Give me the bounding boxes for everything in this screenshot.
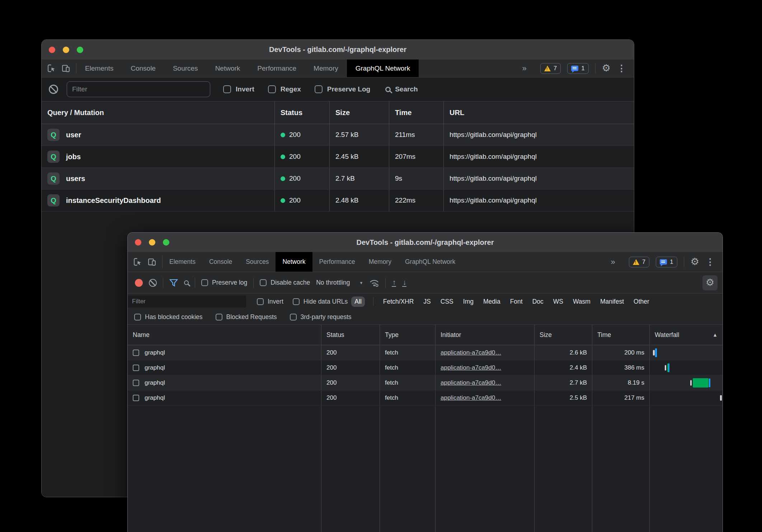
settings-gear-icon[interactable]: ⚙ [691, 257, 699, 267]
column-url[interactable]: URL [443, 101, 634, 124]
settings-gear-icon[interactable]: ⚙ [602, 63, 611, 73]
column-size[interactable]: Size [329, 101, 389, 124]
tab-memory[interactable]: Memory [362, 252, 398, 272]
import-har-icon[interactable]: ↑ [392, 279, 396, 287]
filter-input[interactable] [67, 81, 210, 97]
disable-cache-checkbox[interactable]: Disable cache [260, 279, 310, 286]
hide-data-urls-checkbox[interactable]: Hide data URLs [293, 298, 348, 305]
zoom-button[interactable] [163, 239, 169, 246]
tab-console[interactable]: Console [202, 252, 239, 272]
tab-performance[interactable]: Performance [312, 252, 362, 272]
search-icon[interactable] [184, 280, 189, 285]
device-toolbar-icon[interactable] [147, 257, 156, 267]
row-checkbox[interactable] [133, 350, 139, 356]
network-settings-button[interactable]: ⚙ [702, 275, 718, 290]
tab-console[interactable]: Console [122, 60, 164, 77]
table-row[interactable]: Qjobs 200 2.45 kB 207ms https://gitlab.c… [42, 146, 634, 168]
filter-funnel-icon[interactable] [169, 279, 178, 287]
warnings-badge[interactable]: ! 7 [629, 257, 649, 267]
filter-type-doc[interactable]: Doc [532, 298, 544, 305]
filter-type-fetch-xhr[interactable]: Fetch/XHR [383, 298, 414, 305]
column-status[interactable]: Status [321, 325, 380, 345]
column-name[interactable]: Name [128, 325, 321, 345]
zoom-button[interactable] [77, 47, 83, 53]
more-tabs-icon[interactable]: » [611, 257, 615, 267]
table-row[interactable]: QinstanceSecurityDashboard 200 2.48 kB 2… [42, 190, 634, 212]
table-row[interactable]: graphql 200 fetch application-a7ca9d0… 2… [128, 360, 723, 375]
has-blocked-cookies-checkbox[interactable]: Has blocked cookies [134, 313, 203, 321]
table-row[interactable]: Qusers 200 2.7 kB 9s https://gitlab.com/… [42, 168, 634, 190]
column-size[interactable]: Size [534, 325, 592, 345]
titlebar[interactable]: DevTools - gitlab.com/-/graphql-explorer [42, 40, 634, 60]
export-har-icon[interactable]: ↓ [402, 279, 406, 287]
waterfall-bar[interactable] [649, 345, 723, 360]
close-button[interactable] [135, 239, 141, 246]
minimize-button[interactable] [63, 47, 69, 53]
blocked-requests-checkbox[interactable]: Blocked Requests [216, 313, 277, 321]
tab-elements[interactable]: Elements [76, 60, 122, 77]
initiator-link[interactable]: application-a7ca9d0… [441, 394, 501, 402]
column-waterfall[interactable]: Waterfall ▲ [649, 325, 723, 345]
tab-network[interactable]: Network [207, 60, 249, 77]
waterfall-bar[interactable] [649, 390, 723, 405]
filter-type-css[interactable]: CSS [441, 298, 453, 305]
initiator-link[interactable]: application-a7ca9d0… [441, 349, 501, 356]
column-type[interactable]: Type [380, 325, 435, 345]
more-options-icon[interactable]: ⋮ [617, 64, 626, 73]
table-row[interactable]: Quser 200 2.57 kB 211ms https://gitlab.c… [42, 124, 634, 146]
filter-type-wasm[interactable]: Wasm [573, 298, 591, 305]
filter-type-media[interactable]: Media [483, 298, 500, 305]
network-conditions-icon[interactable] [369, 279, 379, 287]
filter-type-all[interactable]: All [351, 296, 364, 307]
invert-checkbox[interactable]: Invert [257, 298, 283, 305]
table-row[interactable]: graphql 200 fetch application-a7ca9d0… 2… [128, 390, 723, 405]
preserve-log-checkbox[interactable]: Preserve Log [315, 85, 370, 93]
row-checkbox[interactable] [133, 395, 139, 401]
filter-type-img[interactable]: Img [463, 298, 474, 305]
more-options-icon[interactable]: ⋮ [706, 257, 715, 266]
tab-graphql-network[interactable]: GraphQL Network [398, 252, 462, 272]
column-time[interactable]: Time [389, 101, 443, 124]
throttling-dropdown[interactable]: No throttling ▼ [316, 279, 363, 286]
column-initiator[interactable]: Initiator [435, 325, 534, 345]
tab-graphql-network[interactable]: GraphQL Network [347, 60, 419, 77]
warnings-badge[interactable]: ! 7 [540, 63, 561, 74]
inspect-element-icon[interactable] [47, 64, 56, 73]
column-status[interactable]: Status [274, 101, 329, 124]
filter-type-ws[interactable]: WS [553, 298, 563, 305]
more-tabs-icon[interactable]: » [522, 64, 527, 73]
preserve-log-checkbox[interactable]: Preserve log [201, 279, 247, 286]
waterfall-bar[interactable] [649, 375, 723, 390]
tab-memory[interactable]: Memory [305, 60, 347, 77]
filter-type-js[interactable]: JS [423, 298, 431, 305]
record-button[interactable] [135, 279, 143, 287]
filter-input[interactable] [128, 295, 246, 308]
initiator-link[interactable]: application-a7ca9d0… [441, 379, 501, 386]
filter-type-font[interactable]: Font [510, 298, 523, 305]
filter-type-other[interactable]: Other [634, 298, 649, 305]
issues-badge[interactable]: 1 [656, 257, 677, 267]
column-query-mutation[interactable]: Query / Mutation [42, 101, 274, 124]
tab-performance[interactable]: Performance [249, 60, 305, 77]
table-row[interactable]: graphql 200 fetch application-a7ca9d0… 2… [128, 375, 723, 390]
third-party-requests-checkbox[interactable]: 3rd-party requests [290, 313, 352, 321]
search-button[interactable]: Search [385, 85, 418, 93]
tab-network[interactable]: Network [276, 252, 312, 272]
device-toolbar-icon[interactable] [61, 64, 70, 73]
waterfall-bar[interactable] [649, 360, 723, 375]
initiator-link[interactable]: application-a7ca9d0… [441, 364, 501, 371]
regex-checkbox[interactable]: Regex [268, 85, 301, 93]
issues-badge[interactable]: 1 [567, 63, 588, 74]
row-checkbox[interactable] [133, 365, 139, 371]
invert-checkbox[interactable]: Invert [223, 85, 254, 93]
table-row[interactable]: graphql 200 fetch application-a7ca9d0… 2… [128, 345, 723, 360]
filter-type-manifest[interactable]: Manifest [600, 298, 624, 305]
titlebar[interactable]: DevTools - gitlab.com/-/graphql-explorer [128, 233, 723, 252]
tab-sources[interactable]: Sources [239, 252, 276, 272]
minimize-button[interactable] [149, 239, 155, 246]
clear-icon[interactable] [49, 85, 58, 94]
clear-network-log-icon[interactable] [149, 279, 157, 287]
tab-sources[interactable]: Sources [164, 60, 207, 77]
tab-elements[interactable]: Elements [163, 252, 202, 272]
row-checkbox[interactable] [133, 380, 139, 386]
